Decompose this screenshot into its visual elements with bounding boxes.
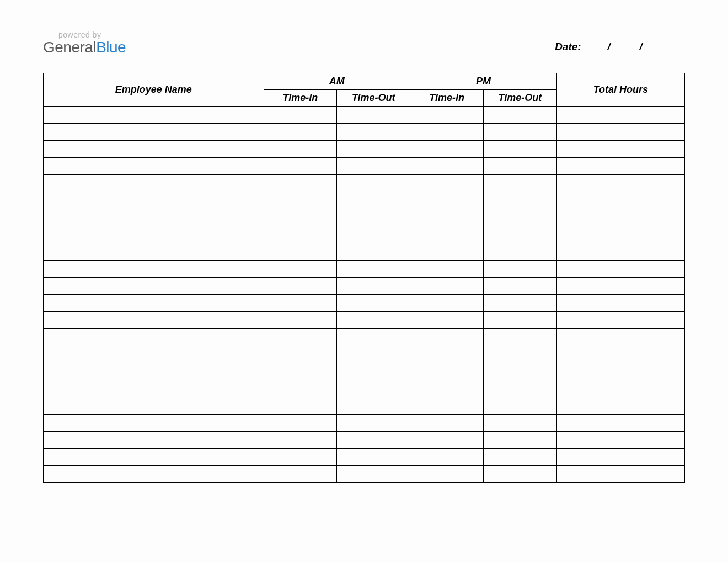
cell-total xyxy=(556,192,684,209)
cell-name xyxy=(44,415,264,432)
header-pm: PM xyxy=(410,73,557,90)
cell-am_out xyxy=(337,312,410,329)
table-row xyxy=(44,312,685,329)
cell-am_out xyxy=(337,415,410,432)
cell-pm_in xyxy=(410,175,484,192)
cell-total xyxy=(556,312,684,329)
cell-am_in xyxy=(264,397,337,415)
table-header: Employee Name AM PM Total Hours Time-In … xyxy=(44,73,685,107)
cell-pm_in xyxy=(410,107,484,124)
cell-name xyxy=(44,329,264,346)
cell-total xyxy=(556,346,684,363)
cell-name xyxy=(44,295,264,312)
cell-total xyxy=(556,158,684,175)
cell-am_out xyxy=(337,261,410,278)
cell-total xyxy=(556,175,684,192)
cell-am_in xyxy=(264,449,337,466)
table-row xyxy=(44,261,685,278)
powered-by-text: powered by xyxy=(58,31,126,39)
cell-pm_out xyxy=(483,158,556,175)
cell-total xyxy=(556,466,684,483)
cell-pm_in xyxy=(410,363,484,380)
cell-pm_in xyxy=(410,432,484,449)
cell-am_out xyxy=(337,107,410,124)
cell-am_out xyxy=(337,329,410,346)
cell-name xyxy=(44,175,264,192)
table-row xyxy=(44,432,685,449)
table-row xyxy=(44,141,685,158)
cell-total xyxy=(556,415,684,432)
cell-am_out xyxy=(337,209,410,226)
table-row xyxy=(44,226,685,243)
cell-am_in xyxy=(264,107,337,124)
table-row xyxy=(44,346,685,363)
cell-total xyxy=(556,363,684,380)
cell-pm_in xyxy=(410,226,484,243)
header-am-time-out: Time-Out xyxy=(337,90,410,107)
cell-am_in xyxy=(264,226,337,243)
table-row xyxy=(44,329,685,346)
cell-total xyxy=(556,243,684,261)
cell-total xyxy=(556,380,684,397)
cell-pm_out xyxy=(483,449,556,466)
cell-am_out xyxy=(337,175,410,192)
cell-am_out xyxy=(337,346,410,363)
cell-pm_in xyxy=(410,295,484,312)
cell-pm_out xyxy=(483,243,556,261)
cell-pm_in xyxy=(410,209,484,226)
cell-pm_out xyxy=(483,192,556,209)
brand-first: General xyxy=(43,39,96,56)
cell-name xyxy=(44,141,264,158)
cell-am_in xyxy=(264,158,337,175)
cell-name xyxy=(44,380,264,397)
cell-pm_out xyxy=(483,107,556,124)
cell-am_in xyxy=(264,243,337,261)
cell-name xyxy=(44,124,264,141)
cell-pm_out xyxy=(483,432,556,449)
cell-name xyxy=(44,158,264,175)
cell-pm_out xyxy=(483,397,556,415)
cell-am_out xyxy=(337,243,410,261)
cell-am_out xyxy=(337,380,410,397)
cell-name xyxy=(44,432,264,449)
cell-name xyxy=(44,278,264,295)
cell-total xyxy=(556,295,684,312)
table-row xyxy=(44,380,685,397)
cell-pm_out xyxy=(483,415,556,432)
cell-am_in xyxy=(264,209,337,226)
logo: powered by GeneralBlue xyxy=(43,31,126,55)
cell-name xyxy=(44,363,264,380)
cell-name xyxy=(44,226,264,243)
table-row xyxy=(44,397,685,415)
cell-am_in xyxy=(264,432,337,449)
cell-am_in xyxy=(264,192,337,209)
cell-pm_in xyxy=(410,397,484,415)
cell-am_in xyxy=(264,141,337,158)
cell-name xyxy=(44,312,264,329)
header-am-time-in: Time-In xyxy=(264,90,337,107)
cell-pm_in xyxy=(410,261,484,278)
table-row xyxy=(44,107,685,124)
cell-am_out xyxy=(337,192,410,209)
cell-am_in xyxy=(264,329,337,346)
cell-pm_in xyxy=(410,415,484,432)
cell-am_in xyxy=(264,295,337,312)
cell-total xyxy=(556,432,684,449)
cell-am_in xyxy=(264,363,337,380)
cell-pm_out xyxy=(483,141,556,158)
cell-total xyxy=(556,107,684,124)
document-header: powered by GeneralBlue Date: ____/_____/… xyxy=(43,31,685,55)
cell-am_in xyxy=(264,124,337,141)
cell-am_out xyxy=(337,124,410,141)
cell-pm_out xyxy=(483,466,556,483)
cell-pm_out xyxy=(483,209,556,226)
table-row xyxy=(44,363,685,380)
table-row xyxy=(44,466,685,483)
cell-am_in xyxy=(264,261,337,278)
cell-pm_in xyxy=(410,124,484,141)
cell-am_in xyxy=(264,415,337,432)
cell-name xyxy=(44,107,264,124)
cell-pm_out xyxy=(483,363,556,380)
cell-am_out xyxy=(337,466,410,483)
table-body xyxy=(44,107,685,483)
